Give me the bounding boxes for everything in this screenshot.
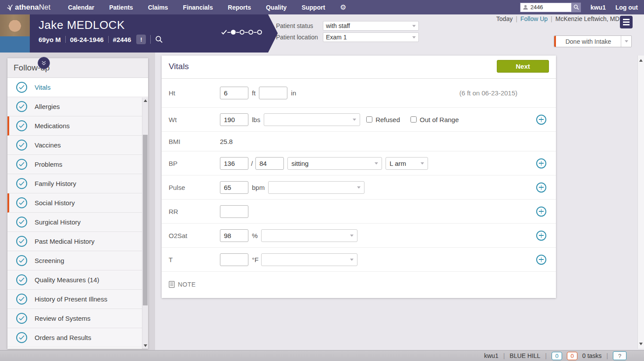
next-button[interactable]: Next (497, 60, 549, 73)
inbox-count-badge[interactable]: 0 (552, 352, 562, 360)
temperature-input[interactable] (220, 253, 248, 266)
sidebar-item-allergies[interactable]: Allergies (7, 97, 148, 116)
add-o2sat-reading-icon[interactable] (536, 231, 546, 241)
chevron-double-down-icon (41, 60, 46, 66)
appointment-context: Today | Follow Up | McKenzie Leftwich, M… (496, 15, 619, 22)
statusbar-username: kwu1 (484, 352, 499, 359)
bp-diastolic-input[interactable] (255, 157, 284, 170)
patient-status-select[interactable]: with staff (323, 21, 419, 31)
athenanet-logo[interactable]: athenaNet (7, 3, 50, 12)
check-circle-icon (16, 82, 27, 93)
patient-search-box[interactable] (520, 3, 572, 12)
check-icon (221, 29, 227, 35)
bp-site-select[interactable]: L arm (386, 157, 428, 170)
add-pulse-reading-icon[interactable] (536, 182, 546, 193)
progress-step-pending[interactable] (248, 30, 253, 35)
help-button[interactable]: ? (613, 351, 626, 360)
nav-quality[interactable]: Quality (266, 4, 287, 11)
nav-financials[interactable]: Financials (183, 4, 213, 11)
progress-step-pending[interactable] (257, 30, 262, 35)
bp-systolic-input[interactable] (220, 157, 248, 170)
sidebar-item-quality-measures[interactable]: Quality Measures (14) (7, 270, 148, 290)
height-row: Ht ft in (6 ft on 06-23-2015) (162, 79, 556, 108)
done-with-intake-button[interactable]: Done with Intake (554, 35, 632, 47)
done-dropdown-toggle[interactable] (621, 36, 631, 47)
height-in-input[interactable] (259, 87, 287, 99)
gear-icon[interactable]: ⚙ (340, 4, 346, 11)
sidebar-item-orders-and-results[interactable]: Orders and Results (7, 328, 148, 347)
refused-checkbox[interactable] (366, 116, 372, 123)
sidebar-item-social-history[interactable]: Social History (7, 193, 148, 213)
search-submit-button[interactable] (572, 3, 581, 12)
weight-label: Wt (169, 116, 220, 123)
add-weight-reading-icon[interactable] (536, 115, 546, 125)
out-of-range-checkbox[interactable] (410, 116, 417, 123)
sidebar-item-history-of-present-illness[interactable]: History of Present Illness (7, 290, 148, 309)
scroll-up-icon[interactable] (639, 59, 643, 62)
patient-name: Jake MEDLOCK (39, 18, 125, 32)
nav-claims[interactable]: Claims (148, 4, 168, 11)
progress-step-pending[interactable] (240, 30, 244, 35)
rr-label: RR (169, 208, 220, 215)
patient-photo[interactable] (0, 14, 30, 53)
nav-support[interactable]: Support (301, 4, 325, 11)
scrollbar-thumb[interactable] (143, 135, 148, 305)
username-menu[interactable]: kwu1 (591, 4, 606, 11)
sidebar-item-surgical-history[interactable]: Surgical History (7, 213, 148, 232)
nav-calendar[interactable]: Calendar (68, 4, 94, 11)
sidebar-item-past-medical-history[interactable]: Past Medical History (7, 232, 148, 251)
alert-count-badge[interactable]: 0 (567, 352, 577, 360)
progress-step-current[interactable] (231, 30, 236, 35)
check-circle-icon (16, 274, 27, 285)
sidebar-item-vitals[interactable]: Vitals (7, 78, 148, 97)
check-circle-icon (16, 159, 27, 170)
check-circle-icon (16, 236, 27, 247)
followup-link[interactable]: Follow Up (520, 15, 548, 22)
scroll-down-icon[interactable] (144, 344, 147, 347)
temperature-method-select[interactable] (261, 253, 357, 266)
patient-record-id: #2446 (113, 36, 131, 43)
o2sat-input[interactable] (220, 229, 248, 242)
pulse-row: Pulse bpm (162, 175, 556, 200)
rr-input[interactable] (220, 205, 248, 218)
nav-patients[interactable]: Patients (109, 4, 133, 11)
add-rr-reading-icon[interactable] (536, 207, 546, 217)
pulse-input[interactable] (220, 181, 248, 194)
sidebar-item-problems[interactable]: Problems (7, 155, 148, 174)
sidebar-item-medications[interactable]: Medications (7, 116, 148, 136)
o2sat-method-select[interactable] (261, 229, 357, 242)
sidebar-item-family-history[interactable]: Family History (7, 174, 148, 193)
scroll-down-icon[interactable] (639, 343, 643, 345)
check-circle-icon (16, 178, 27, 189)
nav-reports[interactable]: Reports (228, 4, 251, 11)
sidebar-item-review-of-systems[interactable]: Review of Systems (7, 309, 148, 328)
chart-search-icon[interactable] (155, 35, 163, 43)
bp-position-select[interactable]: sitting (287, 157, 382, 170)
top-nav-bar: athenaNet Calendar Patients Claims Finan… (0, 0, 644, 14)
sidebar-item-screening[interactable]: Screening (7, 251, 148, 270)
tasks-count: 0 tasks (582, 352, 602, 359)
patient-search-input[interactable] (531, 4, 568, 11)
page-scrollbar[interactable] (637, 56, 644, 349)
pulse-method-select[interactable] (268, 181, 364, 194)
scroll-up-icon[interactable] (144, 99, 147, 102)
logout-button[interactable]: Log out (616, 4, 638, 11)
weight-method-select[interactable] (264, 113, 360, 126)
add-temperature-reading-icon[interactable] (536, 255, 546, 265)
patient-location-select[interactable]: Exam 1 (323, 32, 419, 42)
expand-banner-button[interactable] (38, 57, 50, 69)
height-ft-input[interactable] (220, 87, 248, 99)
intake-progress-indicator[interactable] (221, 29, 262, 35)
encounter-fields: Patient status with staff Patient locati… (276, 21, 419, 44)
menu-button[interactable] (620, 16, 633, 28)
progress-dash (236, 32, 239, 33)
bp-row: BP / sitting L arm (162, 151, 556, 175)
sidebar-item-vaccines[interactable]: Vaccines (7, 136, 148, 155)
refused-checkbox-group: Refused (366, 116, 400, 123)
alert-badge-icon[interactable]: ! (136, 35, 146, 44)
add-note-button[interactable]: NOTE (162, 272, 556, 297)
sidebar-scrollbar[interactable] (142, 98, 148, 349)
weight-input[interactable] (220, 113, 248, 126)
add-bp-reading-icon[interactable] (536, 158, 546, 168)
brand-bold: athena (15, 3, 39, 12)
